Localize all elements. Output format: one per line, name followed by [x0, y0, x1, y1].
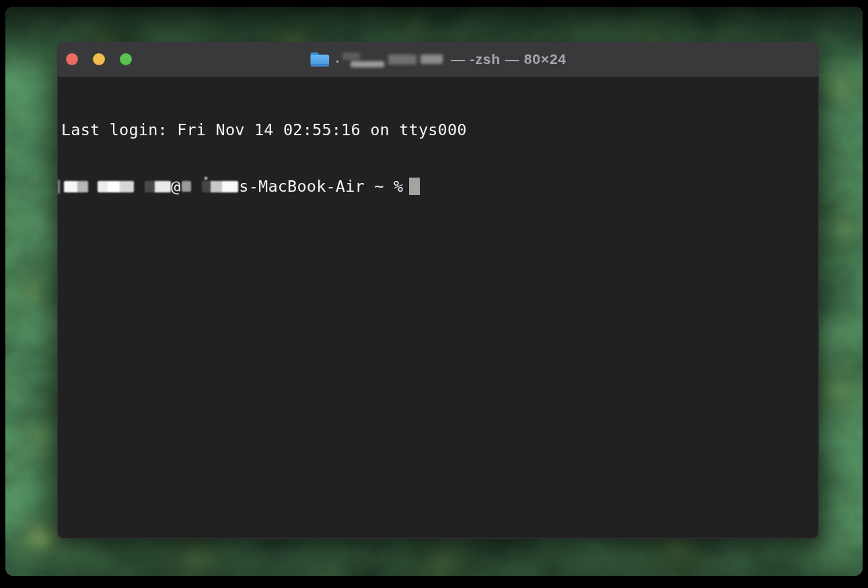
redaction-block: [388, 54, 417, 65]
prompt-text: s-MacBook-Air ~ %: [239, 177, 403, 196]
screen: — -zsh — 80×24 Last login: Fri Nov 14 02…: [0, 0, 868, 588]
redacted-hostname: [182, 181, 191, 192]
terminal-output-line: Last login: Fri Nov 14 02:55:16 on ttys0…: [61, 120, 815, 139]
terminal-screen[interactable]: Last login: Fri Nov 14 02:55:16 on ttys0…: [57, 77, 819, 538]
minimize-button[interactable]: [93, 53, 105, 65]
terminal-cursor: [409, 178, 420, 195]
terminal-window: — -zsh — 80×24 Last login: Fri Nov 14 02…: [57, 42, 819, 539]
window-title-text: — -zsh — 80×24: [451, 51, 567, 67]
redaction-block: [421, 54, 443, 64]
prompt-at-sign: @: [171, 177, 180, 196]
terminal-prompt-line: @ s-MacBook-Air ~ %: [61, 177, 815, 196]
redaction-block: [351, 61, 384, 67]
window-title: — -zsh — 80×24: [310, 50, 567, 68]
window-controls: [66, 42, 132, 77]
redacted-title-dot: [336, 61, 338, 63]
redacted-user-tail: [145, 181, 171, 192]
redaction-block: [342, 52, 360, 60]
redacted-folder-name: [342, 52, 443, 67]
close-button[interactable]: [66, 53, 78, 65]
zoom-button[interactable]: [120, 53, 132, 65]
redaction-block: [58, 180, 60, 194]
redacted-username: [98, 181, 134, 192]
window-titlebar[interactable]: — -zsh — 80×24: [57, 42, 819, 77]
last-login-text: Last login: Fri Nov 14 02:55:16 on ttys0…: [61, 120, 467, 139]
folder-icon[interactable]: [310, 50, 330, 68]
redacted-username: [64, 181, 88, 192]
redacted-hostname: [202, 181, 238, 192]
